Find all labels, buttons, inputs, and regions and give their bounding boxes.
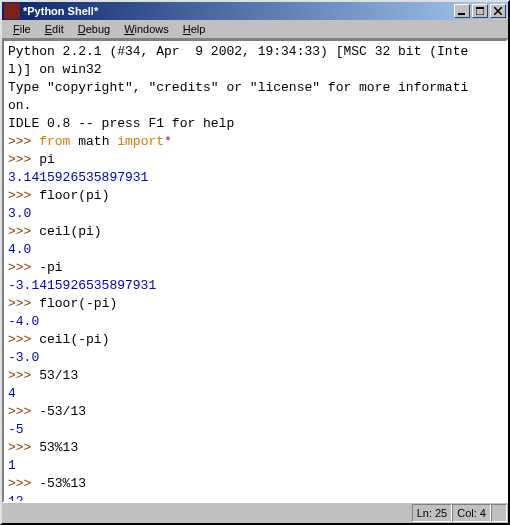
app-icon [4, 3, 20, 19]
output-line: 1 [8, 458, 16, 473]
keyword-from: from [39, 134, 70, 149]
menu-windows[interactable]: Windows [117, 21, 176, 37]
output-line: -5 [8, 422, 24, 437]
input-line: floor(-pi) [39, 296, 117, 311]
window-title: *Python Shell* [23, 5, 452, 17]
prompt: >>> [8, 368, 39, 383]
status-line: Ln: 25 [412, 504, 453, 522]
prompt: >>> [8, 134, 39, 149]
menu-help[interactable]: Help [176, 21, 213, 37]
prompt: >>> [8, 188, 39, 203]
output-line: 12 [8, 494, 24, 501]
prompt: >>> [8, 404, 39, 419]
idle-line: IDLE 0.8 -- press F1 for help [8, 116, 234, 131]
input-line: 53%13 [39, 440, 78, 455]
star: * [164, 134, 172, 149]
input-line: pi [39, 152, 55, 167]
output-line: 3.0 [8, 206, 31, 221]
window-controls [452, 4, 506, 18]
statusbar: Ln: 25 Col: 4 [2, 503, 508, 523]
maximize-button[interactable] [472, 4, 488, 18]
input-line: -53%13 [39, 476, 86, 491]
status-col: Col: 4 [452, 504, 491, 522]
close-button[interactable] [490, 4, 506, 18]
menu-file[interactable]: File [6, 21, 38, 37]
keyword-import: import [117, 134, 164, 149]
prompt: >>> [8, 296, 39, 311]
header-line: l)] on win32 [8, 62, 102, 77]
header-line: Python 2.2.1 (#34, Apr 9 2002, 19:34:33)… [8, 44, 468, 59]
output-line: 3.1415926535897931 [8, 170, 148, 185]
titlebar[interactable]: *Python Shell* [2, 2, 508, 20]
menu-debug[interactable]: Debug [71, 21, 117, 37]
header-line: Type "copyright", "credits" or "license"… [8, 80, 468, 95]
output-line: -3.0 [8, 350, 39, 365]
input-line: ceil(-pi) [39, 332, 109, 347]
menubar: File Edit Debug Windows Help [2, 20, 508, 39]
svg-rect-2 [476, 7, 484, 9]
prompt: >>> [8, 476, 39, 491]
prompt: >>> [8, 332, 39, 347]
output-line: -4.0 [8, 314, 39, 329]
resize-grip[interactable] [491, 504, 507, 522]
svg-rect-0 [458, 13, 465, 15]
input-line: -53/13 [39, 404, 86, 419]
output-line: -3.1415926535897931 [8, 278, 156, 293]
prompt: >>> [8, 440, 39, 455]
output-line: 4 [8, 386, 16, 401]
header-line: on. [8, 98, 31, 113]
python-shell-window: *Python Shell* File Edit Debug Windows H… [0, 0, 510, 525]
input-line: ceil(pi) [39, 224, 101, 239]
prompt: >>> [8, 224, 39, 239]
module-name: math [70, 134, 117, 149]
output-line: 4.0 [8, 242, 31, 257]
input-line: floor(pi) [39, 188, 109, 203]
prompt: >>> [8, 152, 39, 167]
shell-area: Python 2.2.1 (#34, Apr 9 2002, 19:34:33)… [2, 39, 508, 503]
minimize-button[interactable] [454, 4, 470, 18]
prompt: >>> [8, 260, 39, 275]
input-line: 53/13 [39, 368, 78, 383]
shell-text[interactable]: Python 2.2.1 (#34, Apr 9 2002, 19:34:33)… [4, 41, 506, 501]
input-line: -pi [39, 260, 62, 275]
menu-edit[interactable]: Edit [38, 21, 71, 37]
